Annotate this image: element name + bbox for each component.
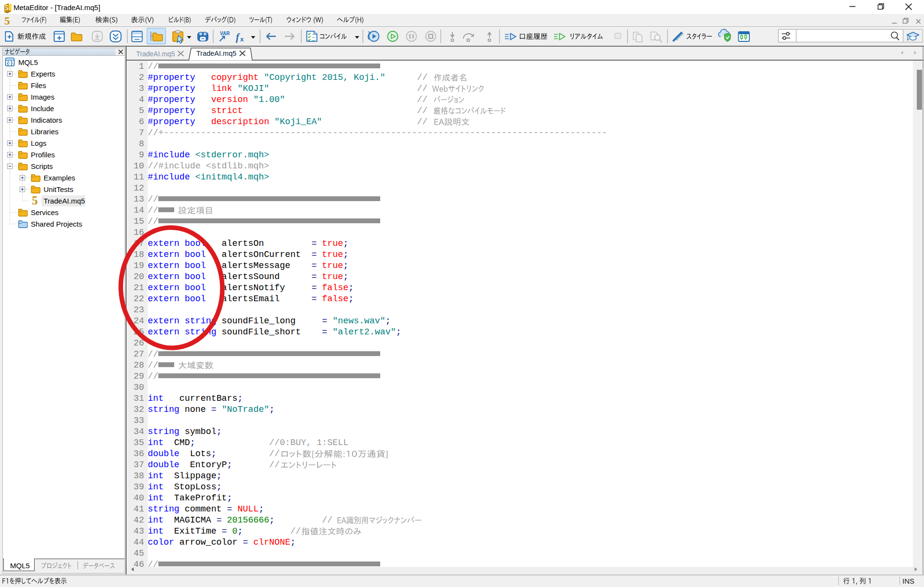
svg-text:x: x (240, 36, 244, 43)
svg-text:VAR: VAR (220, 31, 230, 36)
svg-text:f: f (236, 31, 240, 43)
svg-text:5: 5 (32, 194, 38, 207)
svg-text:5: 5 (5, 4, 8, 12)
svg-text:{·}: {·} (7, 60, 13, 66)
